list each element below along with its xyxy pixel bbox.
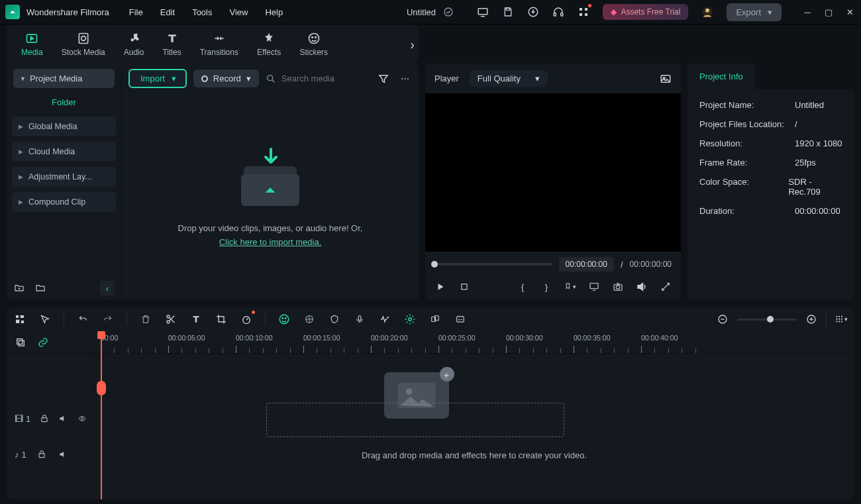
marker-dropdown-icon[interactable]: ▾ <box>564 281 576 293</box>
timeline-tracks-area[interactable]: 00:00 00:00:05:00 00:00:10:00 00:00:15:0… <box>94 331 854 499</box>
tab-transitions[interactable]: Transitions <box>191 25 248 64</box>
keyframe-icon[interactable] <box>403 313 417 326</box>
filter-icon[interactable] <box>376 72 391 86</box>
project-media-item[interactable]: ▼ Project Media <box>13 69 115 88</box>
split-icon[interactable] <box>164 313 177 326</box>
delete-icon[interactable] <box>139 313 152 326</box>
seek-slider[interactable] <box>434 263 552 266</box>
import-button[interactable]: Import ▾ <box>128 69 187 88</box>
quality-select[interactable]: Full Quality ▾ <box>470 70 548 87</box>
tab-stock-media[interactable]: Stock Media <box>52 25 115 64</box>
sidebar-item-global-media[interactable]: ▶Global Media <box>12 117 116 136</box>
camera-snapshot-icon[interactable] <box>612 281 624 293</box>
mark-out-icon[interactable]: } <box>540 281 552 293</box>
maximize-button[interactable]: ▢ <box>823 6 835 18</box>
zoom-out-icon[interactable] <box>716 313 729 326</box>
ai-face-icon[interactable] <box>278 313 291 326</box>
close-button[interactable]: ✕ <box>844 6 856 18</box>
mic-icon[interactable] <box>353 313 366 326</box>
color-wheel-icon[interactable] <box>303 313 316 326</box>
tab-media[interactable]: Media <box>12 25 52 64</box>
text-icon[interactable] <box>189 313 203 326</box>
svg-point-11 <box>705 9 709 13</box>
sidebar-item-cloud-media[interactable]: ▶Cloud Media <box>12 142 116 162</box>
svg-rect-54 <box>17 338 23 344</box>
tab-audio[interactable]: Audio <box>115 25 154 64</box>
visibility-icon[interactable] <box>77 413 87 425</box>
cursor-select-icon[interactable] <box>38 313 52 326</box>
zoom-in-icon[interactable] <box>805 313 818 326</box>
undo-icon[interactable] <box>76 313 89 326</box>
svg-rect-2 <box>507 8 510 10</box>
chevron-down-icon: ▾ <box>246 74 251 83</box>
video-track-header[interactable]: 🎞1 <box>7 400 93 437</box>
tab-project-info[interactable]: Project Info <box>687 64 755 89</box>
layout-icon[interactable] <box>13 313 26 326</box>
menu-tools[interactable]: Tools <box>192 7 212 17</box>
player-header: Player Full Quality ▾ <box>425 64 681 93</box>
menu-help[interactable]: Help <box>265 7 283 17</box>
group-icon[interactable] <box>429 313 442 326</box>
timeline-drop-zone[interactable] <box>266 403 564 437</box>
mute-icon[interactable] <box>57 448 69 460</box>
link-tracks-icon[interactable] <box>37 336 49 348</box>
export-button[interactable]: Export ▾ <box>727 3 782 21</box>
menu-file[interactable]: File <box>129 7 143 17</box>
app-logo-icon <box>5 5 20 19</box>
crop-icon[interactable] <box>215 313 228 326</box>
view-options-icon[interactable]: ▾ <box>835 313 848 326</box>
sidebar-item-compound-clip[interactable]: ▶Compound Clip <box>12 192 116 212</box>
timeline-zoom: ▾ <box>716 313 848 326</box>
collapse-sidebar-button[interactable]: ‹ <box>100 281 115 295</box>
play-button[interactable] <box>434 281 446 293</box>
stop-button[interactable] <box>458 281 470 293</box>
ribbon-more-icon[interactable]: › <box>410 36 415 52</box>
cloud-sync-icon[interactable] <box>442 6 454 18</box>
speed-icon[interactable] <box>240 313 253 326</box>
menu-edit[interactable]: Edit <box>160 7 175 17</box>
record-button[interactable]: Record ▾ <box>193 70 259 87</box>
display-settings-icon[interactable] <box>588 281 600 293</box>
more-icon[interactable]: ⋯ <box>397 72 412 86</box>
timeline-track-headers: 🎞1 ♪1 <box>7 331 94 499</box>
zoom-slider[interactable] <box>737 319 797 321</box>
timeline-ruler[interactable]: 00:00 00:00:05:00 00:00:10:00 00:00:15:0… <box>94 331 854 354</box>
playhead[interactable] <box>101 331 102 499</box>
caption-icon[interactable] <box>454 313 467 326</box>
folder-icon[interactable] <box>34 282 46 294</box>
lock-icon[interactable] <box>40 413 49 425</box>
search-input[interactable] <box>281 74 370 83</box>
folder-label[interactable]: Folder <box>7 92 121 114</box>
stack-icon[interactable] <box>15 336 26 348</box>
user-avatar-icon[interactable] <box>701 6 713 18</box>
tab-effects[interactable]: Effects <box>248 25 290 64</box>
volume-icon[interactable] <box>636 281 648 293</box>
apps-grid-icon[interactable] <box>578 6 589 18</box>
redo-icon[interactable] <box>101 313 115 326</box>
new-folder-icon[interactable] <box>13 282 25 294</box>
ribbon-row: Media Stock Media Audio Titles Transitio… <box>0 24 861 64</box>
menu-view[interactable]: View <box>229 7 248 17</box>
save-icon[interactable] <box>502 6 514 18</box>
mask-icon[interactable] <box>328 313 341 326</box>
tab-stickers[interactable]: Stickers <box>290 25 337 64</box>
headphones-icon[interactable] <box>552 6 564 18</box>
player-viewport[interactable] <box>425 93 681 252</box>
snapshot-settings-icon[interactable] <box>660 73 672 85</box>
document-title: Untitled <box>407 7 436 17</box>
audio-track-header[interactable]: ♪1 <box>7 437 93 472</box>
device-icon[interactable] <box>477 6 489 18</box>
lock-icon[interactable] <box>36 448 48 460</box>
tab-titles[interactable]: Titles <box>153 25 190 64</box>
cloud-download-icon[interactable] <box>527 6 539 18</box>
import-media-link[interactable]: Click here to import media. <box>219 237 322 247</box>
minimize-button[interactable]: ─ <box>801 6 813 18</box>
mark-in-icon[interactable]: { <box>517 281 529 293</box>
sidebar-item-adjustment-layer[interactable]: ▶Adjustment Lay... <box>12 167 116 187</box>
svg-rect-7 <box>585 8 587 11</box>
assets-free-trial-badge[interactable]: ◆ Assets Free Trial <box>603 4 688 20</box>
audio-beat-icon[interactable] <box>378 313 391 326</box>
fullscreen-icon[interactable] <box>660 281 672 293</box>
media-drop-zone[interactable]: Drop your video clips, images, or audio … <box>122 93 419 301</box>
mute-icon[interactable] <box>58 413 68 425</box>
